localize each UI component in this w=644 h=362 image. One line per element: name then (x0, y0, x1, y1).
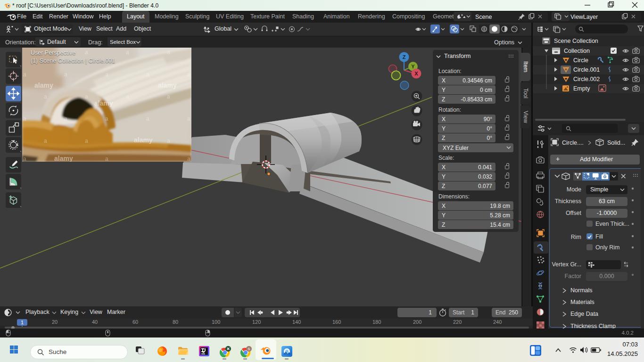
svg-text:a: a (167, 138, 170, 144)
svg-text:a: a (23, 156, 26, 162)
svg-text:alamy: alamy (94, 99, 113, 107)
svg-text:a: a (44, 138, 47, 144)
svg-text:Z: Z (403, 54, 406, 60)
svg-text:a: a (85, 138, 88, 144)
svg-text:a: a (187, 115, 190, 122)
svg-text:Scene: Scene (475, 14, 492, 20)
svg-text:S: S (248, 347, 250, 351)
svg-text:Circle: Circle (573, 57, 588, 64)
svg-text:a: a (146, 115, 149, 122)
svg-text:alamy: alamy (34, 82, 53, 89)
svg-text:Circle.001: Circle.001 (573, 66, 600, 73)
svg-text:Scene Collection: Scene Collection (554, 38, 598, 44)
svg-text:a: a (85, 93, 88, 100)
svg-text:Empty: Empty (573, 85, 590, 92)
svg-text:a: a (23, 71, 26, 78)
svg-text:Solid...: Solid... (607, 140, 625, 146)
svg-text:a: a (167, 49, 170, 56)
svg-text:Circle....: Circle.... (562, 140, 584, 146)
svg-text:a: a (44, 93, 47, 100)
svg-text:X: X (414, 71, 418, 76)
svg-text:a: a (126, 93, 129, 100)
svg-text:a: a (187, 71, 190, 78)
svg-text:a: a (167, 93, 170, 100)
svg-text:alamy: alamy (54, 155, 73, 162)
svg-text:ViewLayer: ViewLayer (570, 14, 598, 20)
svg-text:alamy: alamy (158, 82, 177, 89)
svg-text:a: a (64, 71, 67, 78)
svg-text:Circle.002: Circle.002 (573, 76, 600, 82)
svg-text:a: a (187, 156, 190, 162)
svg-text:Collection: Collection (564, 48, 590, 54)
svg-text:a: a (85, 49, 88, 56)
svg-text:alamy: alamy (134, 136, 153, 144)
svg-text:a: a (126, 49, 129, 56)
svg-text:a: a (105, 71, 108, 78)
svg-text:a: a (23, 115, 26, 122)
svg-text:a: a (64, 115, 67, 122)
svg-text:a: a (105, 156, 108, 162)
svg-text:a: a (105, 115, 108, 122)
svg-text:a: a (146, 71, 149, 78)
svg-text:Y: Y (411, 64, 415, 69)
